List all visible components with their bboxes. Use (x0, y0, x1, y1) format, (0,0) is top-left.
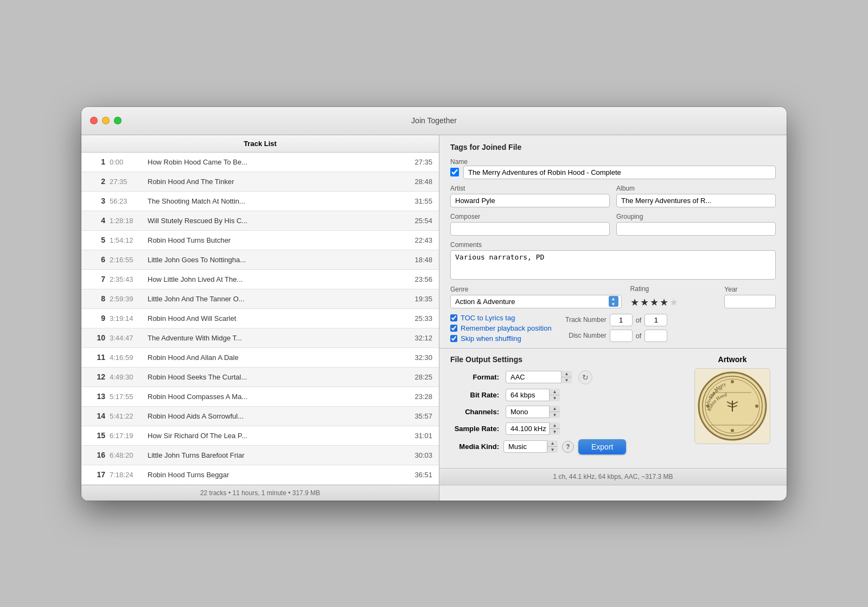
table-row[interactable]: 114:16:59Robin Hood And Allan A Dale32:3… (81, 348, 439, 368)
track-duration: 25:33 (405, 314, 432, 323)
track-number: 8 (88, 294, 105, 303)
channels-select-wrapper: Mono Stereo ▲ ▼ (506, 406, 560, 418)
table-row[interactable]: 124:49:30Robin Hood Seeks The Curtal...2… (81, 368, 439, 387)
disc-number-input[interactable] (610, 330, 633, 342)
year-input[interactable] (724, 295, 776, 308)
mediakind-stepper-icon: ▲ ▼ (547, 440, 558, 453)
reload-button[interactable]: ↻ (578, 370, 592, 384)
grouping-input[interactable] (616, 222, 776, 236)
close-button[interactable] (90, 117, 98, 124)
album-label: Album (616, 185, 776, 192)
format-down-icon[interactable]: ▼ (561, 377, 572, 383)
album-input[interactable] (616, 194, 776, 207)
table-row[interactable]: 356:23The Shooting Match At Nottin...31:… (81, 192, 439, 211)
table-row[interactable]: 51:54:12Robin Hood Turns Butcher22:43 (81, 231, 439, 250)
skip-checkbox[interactable] (450, 335, 457, 342)
window-title: Join Together (411, 116, 457, 125)
help-button[interactable]: ? (562, 441, 574, 453)
track-time: 2:35:43 (110, 275, 148, 283)
minimize-button[interactable] (102, 117, 110, 124)
table-row[interactable]: 62:16:55Little John Goes To Nottingha...… (81, 250, 439, 270)
disc-number-row: Disc Number of (560, 330, 668, 342)
genre-select[interactable]: Action & Adventure Alternative Audiobook… (450, 295, 622, 308)
channels-row: Channels: Mono Stereo ▲ ▼ (450, 406, 678, 418)
samplerate-up-icon[interactable]: ▲ (550, 422, 560, 429)
output-left: File Output Settings Format: AAC MP3 AIF… (450, 355, 678, 461)
table-row[interactable]: 135:17:55Robin Hood Compasses A Ma...23:… (81, 387, 439, 407)
name-label: Name (450, 158, 776, 166)
bitrate-stepper-icon: ▲ ▼ (549, 389, 560, 401)
composer-grouping-row: Composer Grouping (450, 213, 776, 236)
mediakind-up-icon[interactable]: ▲ (547, 440, 558, 447)
maximize-button[interactable] (114, 117, 122, 124)
track-duration: 22:43 (405, 236, 432, 244)
track-duration: 28:48 (405, 178, 432, 186)
remember-checkbox[interactable] (450, 325, 457, 332)
table-row[interactable]: 72:35:43How Little John Lived At The...2… (81, 270, 439, 289)
name-checkbox[interactable] (450, 168, 459, 176)
samplerate-label: Sample Rate: (450, 425, 499, 433)
artwork-label: Artwork (718, 355, 747, 364)
remember-checkbox-label[interactable]: Remember playback position (450, 324, 552, 332)
artwork-image: The Merry Adventures of Robin Hood (694, 368, 770, 444)
track-number: 1 (88, 157, 105, 166)
rating-label: Rating (630, 285, 716, 293)
rating-stars[interactable]: ★ ★ ★ ★ ★ (630, 296, 716, 308)
track-number: 4 (88, 216, 105, 225)
table-row[interactable]: 177:18:24Robin Hood Turns Beggar36:51 (81, 465, 439, 485)
table-row[interactable]: 156:17:19How Sir Richard Of The Lea P...… (81, 426, 439, 446)
format-label: Format: (450, 373, 499, 381)
track-number: 14 (88, 412, 105, 420)
export-button[interactable]: Export (578, 439, 626, 454)
samplerate-down-icon[interactable]: ▼ (550, 429, 560, 435)
right-status: 1 ch, 44.1 kHz, 64 kbps, AAC, ~317.3 MB (439, 468, 787, 485)
bitrate-down-icon[interactable]: ▼ (550, 395, 560, 401)
tags-header: Tags for Joined File (450, 143, 776, 151)
table-row[interactable]: 103:44:47The Adventure With Midge T...32… (81, 328, 439, 348)
track-name: Will Stutely Rescued By His C... (148, 217, 405, 225)
channels-down-icon[interactable]: ▼ (550, 412, 560, 418)
name-group: Name (450, 158, 776, 179)
table-row[interactable]: 82:59:39Little John And The Tanner O...1… (81, 289, 439, 309)
mediakind-label: Media Kind: (450, 442, 499, 451)
artist-input[interactable] (450, 194, 610, 207)
name-input[interactable] (463, 166, 776, 179)
genre-select-wrapper: Action & Adventure Alternative Audiobook… (450, 295, 622, 308)
star-3[interactable]: ★ (650, 296, 659, 308)
star-2[interactable]: ★ (640, 296, 649, 308)
track-of-input[interactable] (644, 314, 667, 326)
track-time: 6:17:19 (110, 432, 148, 440)
star-4[interactable]: ★ (660, 296, 668, 308)
track-time: 5:17:55 (110, 393, 148, 401)
track-duration: 36:51 (405, 471, 432, 479)
table-row[interactable]: 166:48:20Little John Turns Barefoot Fria… (81, 446, 439, 465)
comments-textarea[interactable] (450, 250, 776, 280)
track-time: 56:23 (110, 197, 148, 205)
toc-checkbox-label[interactable]: TOC to Lyrics tag (450, 314, 552, 322)
skip-checkbox-label[interactable]: Skip when shuffling (450, 334, 552, 343)
table-row[interactable]: 227:35Robin Hood And The Tinker28:48 (81, 172, 439, 192)
table-row[interactable]: 145:41:22Robin Hood Aids A Sorrowful...3… (81, 407, 439, 426)
star-5[interactable]: ★ (669, 296, 678, 308)
svg-point-9 (731, 429, 734, 432)
svg-point-11 (755, 404, 758, 408)
table-row[interactable]: 93:19:14Robin Hood And Will Scarlet25:33 (81, 309, 439, 328)
star-1[interactable]: ★ (630, 296, 639, 308)
track-number-input[interactable] (610, 314, 633, 326)
track-number: 11 (88, 353, 105, 362)
track-number: 9 (88, 314, 105, 323)
grouping-group: Grouping (616, 213, 776, 236)
composer-input[interactable] (450, 222, 610, 236)
mediakind-down-icon[interactable]: ▼ (547, 447, 558, 453)
track-number-row: Track Number of (560, 314, 668, 326)
track-number: 17 (88, 470, 105, 479)
bitrate-up-icon[interactable]: ▲ (550, 389, 560, 395)
format-up-icon[interactable]: ▲ (561, 371, 572, 377)
svg-point-10 (706, 404, 710, 408)
track-list-body[interactable]: 10:00How Robin Hood Came To Be...27:3522… (81, 153, 439, 485)
channels-up-icon[interactable]: ▲ (550, 406, 560, 412)
disc-of-input[interactable] (644, 330, 667, 342)
toc-checkbox[interactable] (450, 314, 457, 321)
table-row[interactable]: 10:00How Robin Hood Came To Be...27:35 (81, 153, 439, 172)
table-row[interactable]: 41:28:18Will Stutely Rescued By His C...… (81, 211, 439, 231)
